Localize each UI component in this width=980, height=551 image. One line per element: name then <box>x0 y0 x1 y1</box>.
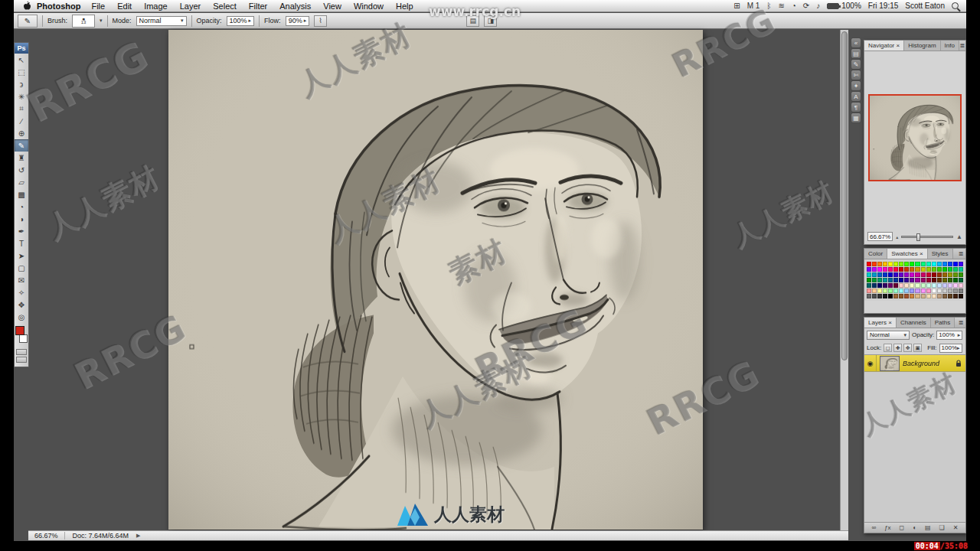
color-swatch[interactable] <box>872 267 877 272</box>
color-swatch[interactable] <box>872 289 877 293</box>
color-swatch[interactable] <box>942 283 947 288</box>
layer-row-background[interactable]: ◉ Background <box>864 355 965 372</box>
battery-icon[interactable]: 100% <box>827 2 861 10</box>
color-swatch[interactable] <box>883 267 887 272</box>
color-swatch[interactable] <box>948 283 952 288</box>
menubar-status-icon[interactable]: ⊞ <box>733 2 740 10</box>
color-swatch[interactable] <box>904 272 909 277</box>
layer-name[interactable]: Background <box>903 360 939 367</box>
brush-preset-picker[interactable]: ● 13 <box>72 15 95 28</box>
color-swatch[interactable] <box>872 283 877 288</box>
color-swatch[interactable] <box>926 294 931 298</box>
menubar-status-icon[interactable]: ᛒ <box>766 2 771 10</box>
menubar-status-icon[interactable]: ♪ <box>816 2 820 10</box>
color-swatch[interactable] <box>888 262 893 266</box>
color-swatch[interactable] <box>867 267 871 272</box>
layers-footer-button[interactable]: ◻ <box>900 524 905 531</box>
tool-button[interactable]: ◎ <box>15 311 28 323</box>
color-swatch[interactable] <box>910 278 914 282</box>
color-swatch[interactable] <box>942 294 947 298</box>
dock-panel-button[interactable]: ▦ <box>851 112 861 123</box>
color-swatch[interactable] <box>877 272 882 277</box>
color-swatch[interactable] <box>915 289 920 293</box>
lock-option-button[interactable]: ◻ <box>884 344 892 352</box>
color-swatch[interactable] <box>948 294 952 298</box>
panel-tab[interactable]: Color <box>864 249 887 259</box>
panel-tab[interactable]: Swatches × <box>887 249 928 259</box>
color-swatch[interactable] <box>867 262 871 266</box>
color-swatch[interactable] <box>904 289 909 293</box>
color-swatch[interactable] <box>932 283 936 288</box>
status-flyout-icon[interactable]: ▶ <box>136 533 140 539</box>
color-swatch[interactable] <box>910 267 914 272</box>
color-swatch[interactable] <box>883 272 887 277</box>
color-swatch[interactable] <box>937 289 942 293</box>
menu-item[interactable]: Edit <box>111 2 138 11</box>
color-swatch[interactable] <box>867 294 871 298</box>
color-swatch[interactable] <box>872 262 877 266</box>
color-swatch[interactable] <box>883 294 887 298</box>
color-swatch[interactable] <box>953 283 958 288</box>
color-swatch[interactable] <box>883 289 887 293</box>
color-swatch[interactable] <box>932 278 936 282</box>
color-swatch[interactable] <box>877 267 882 272</box>
tool-button[interactable]: ◑ <box>15 213 28 225</box>
layers-footer-button[interactable]: ✕ <box>953 524 959 531</box>
lock-option-button[interactable]: ✚ <box>893 344 902 352</box>
color-swatch[interactable] <box>926 289 931 293</box>
color-swatch[interactable] <box>893 267 898 272</box>
color-swatch[interactable] <box>883 262 887 266</box>
foreground-color-swatch[interactable] <box>15 326 24 335</box>
tool-button[interactable]: ✎ <box>15 139 28 152</box>
color-swatch[interactable] <box>932 294 936 298</box>
color-swatch[interactable] <box>893 289 898 293</box>
color-swatch[interactable] <box>932 267 936 272</box>
layers-footer-button[interactable]: ❏ <box>939 524 945 531</box>
color-swatch[interactable] <box>942 278 947 282</box>
tool-button[interactable]: ✧ <box>15 286 28 298</box>
color-swatch[interactable] <box>926 278 931 282</box>
tool-button[interactable]: ϶ <box>15 78 28 90</box>
color-swatch[interactable] <box>959 294 963 298</box>
color-swatch[interactable] <box>899 267 903 272</box>
panel-tab[interactable]: Histogram <box>904 41 940 51</box>
navigator-zoom-slider[interactable] <box>901 236 953 238</box>
zoom-in-icon[interactable]: ▲ <box>956 233 962 240</box>
lock-option-button[interactable]: ✥ <box>903 344 912 352</box>
color-swatch[interactable] <box>959 289 963 293</box>
color-swatch[interactable] <box>948 267 952 272</box>
tool-button[interactable]: ▩ <box>15 188 28 201</box>
color-swatch[interactable] <box>921 267 926 272</box>
current-tool-icon[interactable]: ✎ <box>18 15 38 28</box>
color-swatch[interactable] <box>899 294 903 298</box>
panel-menu-icon[interactable]: ≣ <box>956 249 965 259</box>
tool-button[interactable]: ∕ <box>15 115 28 127</box>
tool-button[interactable]: ➤ <box>15 249 28 262</box>
menu-item[interactable]: Analysis <box>273 2 317 11</box>
menu-item[interactable]: Select <box>207 2 243 11</box>
color-swatch[interactable] <box>942 267 947 272</box>
color-swatch[interactable] <box>904 278 909 282</box>
menu-item[interactable]: Layer <box>174 2 207 11</box>
color-swatch[interactable] <box>937 267 942 272</box>
color-swatch[interactable] <box>883 283 887 288</box>
color-swatch[interactable] <box>888 278 893 282</box>
menu-item[interactable]: File <box>85 2 111 11</box>
color-swatch[interactable] <box>910 294 914 298</box>
ps-palette-logo[interactable]: Ps <box>15 43 28 54</box>
color-swatch[interactable] <box>867 283 871 288</box>
tool-button[interactable]: ✳ <box>15 90 28 103</box>
color-swatch[interactable] <box>888 272 893 277</box>
tool-button[interactable]: ✥ <box>15 298 28 311</box>
color-swatch[interactable] <box>899 278 903 282</box>
dock-panel-button[interactable]: ✎ <box>851 59 861 70</box>
color-swatch[interactable] <box>877 278 882 282</box>
color-swatch[interactable] <box>904 283 909 288</box>
spotlight-icon[interactable] <box>952 2 959 9</box>
layer-blend-mode-select[interactable]: Normal ▾ <box>867 331 910 340</box>
lock-option-button[interactable]: ▣ <box>913 344 922 352</box>
color-swatch[interactable] <box>904 262 909 266</box>
airbrush-toggle-button[interactable]: ⌇ <box>314 15 327 27</box>
color-swatch[interactable] <box>899 289 903 293</box>
color-swatch[interactable] <box>948 272 952 277</box>
